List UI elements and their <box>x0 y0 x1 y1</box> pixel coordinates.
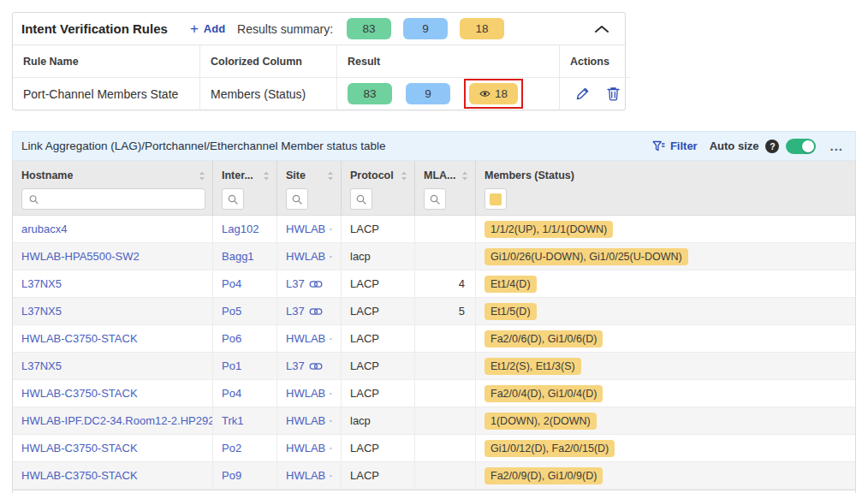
count-badge-yellow[interactable]: 18 <box>469 83 518 104</box>
mlag-cell: 5 <box>415 298 476 324</box>
protocol-cell: lacp <box>342 407 415 434</box>
site-link[interactable]: L37 <box>286 277 305 290</box>
interface-link[interactable]: Po9 <box>213 462 277 489</box>
sort-icon[interactable] <box>199 171 205 181</box>
interface-link[interactable]: Trk1 <box>213 407 277 434</box>
link-icon <box>330 472 332 480</box>
members-cell: Et1/4(D) <box>476 270 855 297</box>
mlag-cell <box>415 325 476 352</box>
site-link[interactable]: HWLAB <box>286 332 325 345</box>
add-button-label: Add <box>204 22 225 35</box>
mlag-cell <box>415 216 476 242</box>
column-label: Hostname <box>21 169 73 181</box>
count-badge-blue[interactable]: 9 <box>406 83 450 104</box>
sort-icon[interactable] <box>461 171 468 181</box>
search-icon <box>356 194 366 205</box>
add-rule-button[interactable]: + Add <box>190 21 225 36</box>
link-icon <box>330 444 332 453</box>
table-row: HWLAB-C3750-STACK Po2 HWLAB LACP Gi1/0/1… <box>13 435 855 462</box>
mlag-search-filter-button[interactable] <box>424 188 446 210</box>
hostname-link[interactable]: L37NX5 <box>13 298 213 324</box>
site-link[interactable]: HWLAB <box>286 414 325 427</box>
badge-value: 9 <box>422 22 429 35</box>
interface-link[interactable]: Po5 <box>213 298 277 324</box>
badge-value: 9 <box>425 87 431 100</box>
link-icon <box>330 252 332 261</box>
hostname-link[interactable]: HWLAB-HPA5500-SW2 <box>13 243 213 270</box>
interface-link[interactable]: Po1 <box>213 353 277 379</box>
protocol-cell: LACP <box>342 298 415 324</box>
site-link[interactable]: HWLAB <box>286 250 325 263</box>
link-icon <box>309 307 323 316</box>
table-row: HWLAB-C3750-STACK Po6 HWLAB LACP Fa2/0/6… <box>13 325 855 353</box>
site-link[interactable]: HWLAB <box>286 223 325 235</box>
hostname-link[interactable]: arubacx4 <box>13 216 213 242</box>
column-label: Members (Status) <box>485 169 574 181</box>
interface-link[interactable]: Po4 <box>213 270 277 297</box>
interface-link[interactable]: Bagg1 <box>213 243 277 270</box>
table-row: HWLAB-C3750-STACK Po9 HWLAB LACP Fa2/0/9… <box>13 462 855 490</box>
interface-link[interactable]: Po4 <box>213 380 277 407</box>
hostname-search-input[interactable] <box>21 188 205 210</box>
column-header-mlag: MLA... <box>415 161 476 215</box>
protocol-cell: LACP <box>342 462 415 489</box>
hostname-link[interactable]: L37NX5 <box>13 270 213 297</box>
site-link[interactable]: HWLAB <box>286 469 325 482</box>
link-icon <box>330 417 332 425</box>
hostname-link[interactable]: HWLAB-C3750-STACK <box>13 380 213 407</box>
mlag-cell <box>415 353 476 379</box>
site-cell: HWLAB <box>277 243 342 270</box>
hostname-link[interactable]: HWLAB-C3750-STACK <box>13 462 213 489</box>
site-search-filter-button[interactable] <box>286 188 308 210</box>
sort-icon[interactable] <box>327 171 334 181</box>
pencil-icon <box>575 86 590 101</box>
rules-table: Rule Name Colorized Column Result Action… <box>13 45 625 110</box>
protocol-cell: LACP <box>342 270 415 297</box>
sort-icon[interactable] <box>263 171 270 181</box>
filter-button[interactable]: Filter <box>652 140 698 152</box>
site-link[interactable]: L37 <box>286 359 305 372</box>
site-link[interactable]: L37 <box>286 305 305 318</box>
hostname-link[interactable]: L37NX5 <box>13 353 213 379</box>
hostname-link[interactable]: HWLAB-C3750-STACK <box>13 435 213 461</box>
more-options-button[interactable]: ... <box>828 140 845 152</box>
plus-icon: + <box>190 21 199 36</box>
table-row: L37NX5 Po5 L37 LACP 5 Et1/5(D) <box>13 298 855 325</box>
hostname-link[interactable]: HWLAB-C3750-STACK <box>13 325 213 352</box>
site-cell: HWLAB <box>277 407 342 434</box>
table-row: HWLAB-C3750-STACK Po4 HWLAB LACP Fa2/0/4… <box>13 380 855 407</box>
autosize-toggle[interactable] <box>786 139 816 154</box>
column-header-rule-name: Rule Name <box>13 45 200 78</box>
mlag-cell <box>415 380 476 407</box>
member-status-pill: 1(DOWN), 2(DOWN) <box>485 413 597 430</box>
protocol-cell: LACP <box>342 216 415 242</box>
rule-actions-cell <box>560 78 630 110</box>
lag-panel-header: Link Aggregation (LAG)/Portchannel/Ether… <box>12 131 856 161</box>
mlag-cell <box>415 435 476 461</box>
member-status-pill: Gi1/0/12(D), Fa2/0/15(D) <box>485 440 615 457</box>
hostname-link[interactable]: HWLAB-IPF.DC2-34.Room12-2.HP2920 <box>13 407 213 434</box>
members-color-filter-button[interactable] <box>485 188 507 210</box>
sort-icon[interactable] <box>401 171 407 181</box>
badge-value: 18 <box>476 22 489 35</box>
edit-rule-button[interactable] <box>575 86 590 101</box>
delete-rule-button[interactable] <box>607 86 620 101</box>
site-link[interactable]: HWLAB <box>286 442 325 454</box>
site-link[interactable]: HWLAB <box>286 387 325 400</box>
intent-verification-rules-panel: Intent Verification Rules + Add Results … <box>12 12 626 110</box>
trash-icon <box>607 86 620 101</box>
interface-search-filter-button[interactable] <box>222 188 244 210</box>
members-cell: 1(DOWN), 2(DOWN) <box>476 407 855 434</box>
autosize-control: Auto size ? <box>710 139 817 154</box>
column-label: Site <box>286 169 306 181</box>
site-cell: L37 <box>277 270 342 297</box>
count-badge-green[interactable]: 83 <box>348 83 392 104</box>
interface-link[interactable]: Lag102 <box>213 216 277 242</box>
interface-link[interactable]: Po6 <box>213 325 277 352</box>
collapse-panel-button[interactable] <box>591 23 613 35</box>
interface-link[interactable]: Po2 <box>213 435 277 461</box>
help-icon[interactable]: ? <box>765 140 779 153</box>
column-header-result: Result <box>337 45 560 78</box>
table-row: L37NX5 Po4 L37 LACP 4 Et1/4(D) <box>13 270 855 298</box>
protocol-search-filter-button[interactable] <box>350 188 372 210</box>
